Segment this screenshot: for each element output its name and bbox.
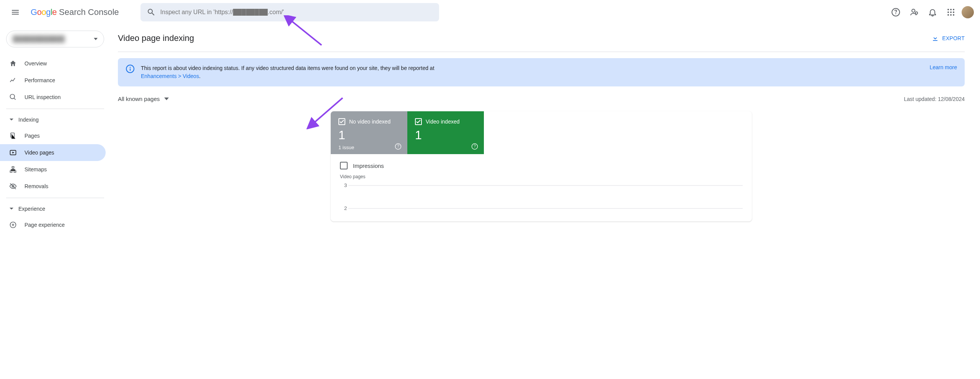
svg-rect-17	[14, 171, 16, 172]
svg-point-8	[953, 11, 954, 13]
nav-label: Sitemaps	[24, 166, 47, 172]
apps-button[interactable]	[943, 5, 959, 20]
chevron-down-icon	[94, 38, 98, 40]
svg-text:?: ?	[397, 144, 399, 148]
section-label: Indexing	[18, 117, 39, 123]
download-icon	[931, 34, 939, 42]
help-icon[interactable]: ?	[394, 143, 402, 150]
svg-point-10	[950, 14, 952, 16]
status-card: No video indexed 1 1 issue ? Video index…	[331, 111, 752, 221]
help-button[interactable]	[888, 5, 903, 20]
search-icon	[147, 8, 156, 17]
svg-point-7	[950, 11, 952, 13]
status-count: 1	[415, 128, 476, 142]
last-updated: Last updated: 12/08/2024	[904, 96, 965, 102]
nav-section-indexing[interactable]: Indexing	[0, 112, 110, 127]
status-label: Video indexed	[426, 119, 459, 125]
account-avatar[interactable]	[962, 6, 974, 18]
status-label: No video indexed	[349, 119, 390, 125]
nav-label: Video pages	[24, 150, 54, 156]
info-banner: This report is about video indexing stat…	[118, 58, 965, 86]
video-icon	[9, 149, 17, 156]
checkbox-checked-icon	[338, 118, 345, 125]
pages-icon	[9, 132, 17, 140]
menu-button[interactable]	[6, 3, 24, 21]
chart: Video pages 3 2	[331, 172, 752, 221]
learn-more-link[interactable]: Learn more	[929, 64, 957, 70]
svg-point-21	[130, 67, 131, 68]
impressions-toggle[interactable]: Impressions	[331, 154, 752, 172]
search-input[interactable]	[160, 9, 433, 16]
tab-video-indexed[interactable]: Video indexed 1 ?	[407, 111, 484, 154]
info-icon	[126, 64, 135, 73]
chevron-down-icon	[164, 98, 169, 101]
nav-section-experience[interactable]: Experience	[0, 201, 110, 216]
export-button[interactable]: EXPORT	[931, 34, 965, 42]
export-label: EXPORT	[942, 35, 965, 41]
chart-title: Video pages	[340, 174, 743, 179]
y-tick: 2	[344, 206, 347, 211]
svg-point-11	[953, 14, 954, 16]
help-icon[interactable]: ?	[471, 143, 479, 150]
divider	[6, 109, 104, 109]
impressions-label: Impressions	[353, 163, 384, 169]
nav-url-inspection[interactable]: URL inspection	[0, 89, 106, 106]
svg-text:?: ?	[474, 144, 476, 148]
property-name: ████████████	[13, 36, 65, 42]
checkbox-checked-icon	[415, 118, 422, 125]
nav-video-pages[interactable]: Video pages	[0, 144, 106, 161]
chevron-down-icon	[9, 207, 14, 210]
nav-sitemaps[interactable]: Sitemaps	[0, 161, 106, 178]
checkbox-unchecked-icon	[340, 162, 348, 169]
users-button[interactable]	[906, 5, 922, 20]
svg-point-9	[947, 14, 949, 16]
enhancements-link[interactable]: Enhancements > Videos	[141, 73, 199, 79]
chart-line-icon	[9, 76, 17, 84]
nav-label: Performance	[24, 77, 55, 83]
svg-rect-16	[10, 171, 12, 172]
nav-pages[interactable]: Pages	[0, 127, 106, 144]
property-selector[interactable]: ████████████	[6, 31, 104, 47]
notifications-button[interactable]	[925, 5, 940, 20]
search-icon	[9, 93, 17, 101]
section-label: Experience	[18, 206, 45, 212]
y-tick: 3	[344, 183, 347, 188]
help-icon	[891, 8, 900, 17]
nav-page-experience[interactable]: Page experience	[0, 216, 106, 233]
user-settings-icon	[910, 8, 919, 17]
bell-icon	[928, 8, 937, 17]
svg-point-6	[947, 11, 949, 13]
nav-label: Pages	[24, 133, 40, 139]
divider	[6, 198, 104, 198]
tab-no-video-indexed[interactable]: No video indexed 1 1 issue ?	[331, 111, 407, 154]
nav-label: URL inspection	[24, 94, 60, 100]
apps-grid-icon	[947, 8, 955, 16]
svg-rect-15	[12, 167, 14, 168]
page-title: Video page indexing	[118, 33, 194, 43]
svg-point-3	[947, 9, 949, 10]
nav-label: Overview	[24, 60, 47, 67]
logo[interactable]: Google Search Console	[31, 7, 119, 17]
hamburger-icon	[11, 8, 20, 17]
plus-circle-icon	[9, 221, 17, 229]
google-logo: Google	[31, 7, 57, 17]
nav-label: Removals	[24, 183, 48, 189]
product-name: Search Console	[59, 7, 119, 17]
info-text: This report is about video indexing stat…	[141, 64, 923, 80]
status-issue: 1 issue	[338, 145, 400, 150]
svg-point-5	[953, 9, 954, 10]
url-inspect-bar[interactable]	[140, 3, 439, 21]
status-count: 1	[338, 128, 400, 142]
nav-removals[interactable]: Removals	[0, 178, 106, 195]
eye-off-icon	[9, 182, 17, 190]
page-filter-dropdown[interactable]: All known pages	[118, 96, 169, 102]
home-icon	[9, 60, 17, 67]
nav-overview[interactable]: Overview	[0, 55, 106, 72]
svg-point-2	[915, 12, 918, 14]
svg-rect-22	[130, 68, 131, 71]
svg-point-4	[950, 9, 952, 10]
chevron-down-icon	[9, 118, 14, 121]
nav-performance[interactable]: Performance	[0, 72, 106, 89]
sidebar: ████████████ Overview Performance URL in…	[0, 24, 110, 237]
main-content: Video page indexing EXPORT This report i…	[110, 24, 980, 237]
